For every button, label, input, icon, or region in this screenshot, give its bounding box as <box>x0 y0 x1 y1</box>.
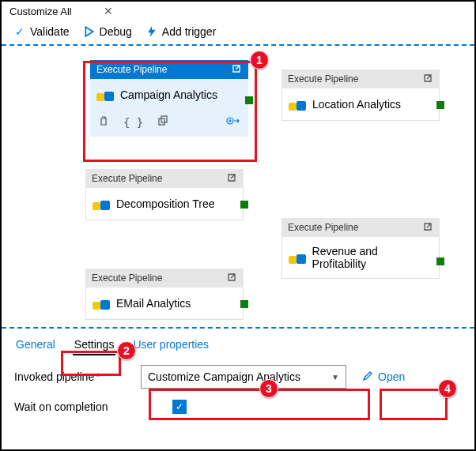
node-label: Decomposition Tree <box>116 197 215 210</box>
add-output-icon[interactable] <box>226 115 240 129</box>
node-campaign-analytics[interactable]: Execute Pipeline Campaign Analytics { } <box>90 60 248 137</box>
node-type-label: Execute Pipeline <box>92 272 162 284</box>
node-actions: { } <box>90 111 248 137</box>
node-type-label: Execute Pipeline <box>96 64 167 75</box>
pipeline-icon <box>93 295 110 311</box>
node-header: Execute Pipeline <box>85 269 244 288</box>
pipeline-icon <box>96 87 114 103</box>
pipeline-icon <box>93 196 110 212</box>
node-body: Decomposition Tree <box>85 188 244 220</box>
node-header: Execute Pipeline <box>281 70 440 88</box>
invoked-pipeline-label: Invoked pipeline* <box>14 370 141 383</box>
wait-on-completion-label: Wait on completion <box>14 400 141 413</box>
node-type-label: Execute Pipeline <box>288 73 358 85</box>
delete-icon[interactable] <box>98 115 109 129</box>
invoked-pipeline-select[interactable]: Customize Campaign Analytics ▼ <box>141 365 346 389</box>
popout-icon[interactable] <box>226 272 237 285</box>
node-body: Location Analytics <box>281 88 440 121</box>
node-header: Execute Pipeline <box>85 169 244 188</box>
output-connector[interactable] <box>245 96 253 104</box>
invoked-pipeline-value: Customize Campaign Analytics <box>148 370 300 383</box>
tab-settings[interactable]: Settings <box>73 335 116 355</box>
node-type-label: Execute Pipeline <box>92 173 162 184</box>
output-connector[interactable] <box>436 257 444 265</box>
tab-user-properties[interactable]: User properties <box>131 335 210 355</box>
node-email-analytics[interactable]: Execute Pipeline EMail Analytics <box>85 269 244 320</box>
node-decomposition-tree[interactable]: Execute Pipeline Decomposition Tree <box>85 169 244 220</box>
node-label: EMail Analytics <box>116 297 191 310</box>
toolbar: ✓ Validate Debug Add trigger <box>2 21 474 44</box>
popout-icon[interactable] <box>226 172 237 186</box>
pipeline-icon <box>289 250 306 265</box>
open-label: Open <box>378 370 405 383</box>
code-icon[interactable]: { } <box>123 116 143 129</box>
page-title: Customize All <box>9 6 72 17</box>
popout-icon[interactable] <box>231 63 242 77</box>
chevron-down-icon: ▼ <box>331 373 339 381</box>
wait-on-completion-checkbox[interactable]: ✓ <box>172 400 187 414</box>
node-label: Campaign Analytics <box>120 88 217 101</box>
check-icon: ✓ <box>14 26 25 37</box>
node-header: Execute Pipeline <box>90 60 248 79</box>
pipeline-canvas[interactable]: Execute Pipeline Campaign Analytics { } <box>2 44 474 329</box>
validate-button[interactable]: ✓ Validate <box>14 25 70 38</box>
node-body: EMail Analytics <box>85 288 244 320</box>
output-connector[interactable] <box>240 300 248 308</box>
add-trigger-label: Add trigger <box>162 25 216 38</box>
open-button[interactable]: Open <box>362 370 405 384</box>
node-label: Revenue and Profitability <box>312 245 433 270</box>
invoked-pipeline-label-text: Invoked pipeline <box>14 370 94 383</box>
pipeline-icon <box>289 96 306 112</box>
add-trigger-button[interactable]: Add trigger <box>146 25 216 38</box>
node-body: Campaign Analytics <box>90 79 248 111</box>
settings-panel: Invoked pipeline* Customize Campaign Ana… <box>2 355 474 434</box>
pencil-icon <box>362 370 373 384</box>
tab-general[interactable]: General <box>14 335 57 355</box>
popout-icon[interactable] <box>422 73 433 86</box>
required-asterisk: * <box>96 370 100 383</box>
node-header: Execute Pipeline <box>281 218 440 237</box>
node-label: Location Analytics <box>312 98 401 111</box>
output-connector[interactable] <box>436 101 444 109</box>
popout-icon[interactable] <box>422 221 433 235</box>
node-body: Revenue and Profitability <box>281 237 440 279</box>
debug-label: Debug <box>100 25 132 38</box>
node-type-label: Execute Pipeline <box>288 222 358 233</box>
node-location-analytics[interactable]: Execute Pipeline Location Analytics <box>281 70 440 121</box>
output-connector[interactable] <box>240 201 248 209</box>
node-revenue-profitability[interactable]: Execute Pipeline Revenue and Profitabili… <box>281 218 440 279</box>
close-icon[interactable]: ✕ <box>104 5 113 17</box>
lightning-icon <box>146 26 157 37</box>
details-tabs: General Settings User properties <box>2 329 474 355</box>
play-icon <box>84 26 95 37</box>
validate-label: Validate <box>30 25 70 38</box>
copy-icon[interactable] <box>157 115 168 129</box>
debug-button[interactable]: Debug <box>84 25 132 38</box>
